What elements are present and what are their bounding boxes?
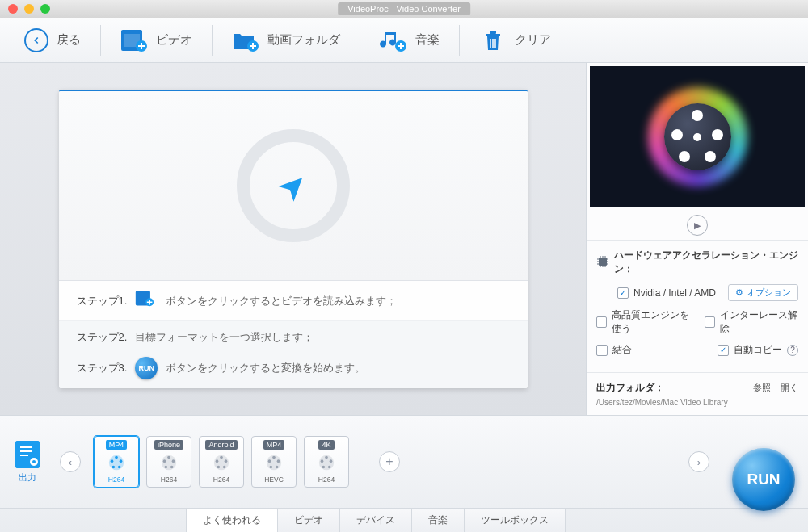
preset-mp4-hevc[interactable]: MP4HEVC	[251, 436, 297, 488]
trash-icon	[479, 28, 507, 52]
clear-label: クリア	[515, 32, 551, 48]
help-icon[interactable]: ?	[787, 345, 798, 356]
preset-codec-label: H264	[108, 475, 124, 484]
svg-point-19	[167, 456, 170, 459]
output-path: /Users/tez/Movies/Mac Video Library	[596, 398, 798, 407]
preview-controls: ▶	[587, 211, 808, 241]
separator	[212, 25, 213, 56]
svg-point-41	[321, 459, 324, 463]
hw-accel-title: ハードウェアアクセラレーション・エンジン：	[596, 249, 798, 276]
presets-next-button[interactable]: ›	[688, 451, 709, 472]
svg-rect-8	[599, 258, 607, 266]
svg-point-40	[322, 466, 326, 469]
tab-video[interactable]: ビデオ	[278, 509, 340, 532]
tab-music[interactable]: 音楽	[412, 509, 465, 532]
hw-accel-section: ハードウェアアクセラレーション・エンジン： Nvidia / Intel / A…	[587, 241, 808, 372]
separator	[100, 25, 101, 56]
preset-format-label: 4K	[318, 440, 334, 450]
add-video-button[interactable]: ビデオ	[112, 23, 200, 57]
step-3-text: ボタンをクリックすると変換を始めます。	[166, 361, 365, 375]
output-settings-icon	[15, 441, 40, 468]
folder-plus-icon	[232, 28, 259, 52]
mini-run-icon: RUN	[135, 357, 158, 379]
step-2-label: ステップ2.	[77, 330, 128, 345]
open-button[interactable]: 開く	[781, 382, 798, 394]
preset-mp4-h264[interactable]: MP4H264	[94, 436, 139, 488]
film-icon	[211, 452, 232, 473]
options-button[interactable]: ⚙オプション	[728, 284, 798, 301]
svg-rect-5	[490, 31, 496, 34]
step-2: ステップ2. 目標フォーマットを一つ選択します；	[59, 320, 528, 354]
add-preset-button[interactable]: +	[379, 451, 400, 472]
drop-area[interactable]: ➤ ステップ1. ボタンをクリックするとビデオを読み込みます； ステップ2. 目…	[0, 63, 586, 415]
tab-device[interactable]: デバイス	[340, 509, 412, 532]
tab-toolbox[interactable]: ツールボックス	[465, 509, 566, 532]
svg-point-34	[270, 466, 273, 469]
back-button[interactable]: 戻る	[16, 23, 89, 57]
step-3: ステップ3. RUN ボタンをクリックすると変換を始めます。	[59, 354, 528, 388]
merge-checkbox[interactable]: 結合	[596, 343, 632, 357]
separator	[459, 25, 460, 56]
music-plus-icon	[380, 28, 407, 52]
preset-codec-label: H264	[318, 475, 335, 484]
presets-list: MP4H264iPhoneH264AndroidH264MP4HEVC4KH26…	[89, 436, 371, 488]
preset-android-h264[interactable]: AndroidH264	[199, 436, 244, 488]
chip-icon	[596, 256, 609, 270]
instructions: ステップ1. ボタンをクリックするとビデオを読み込みます； ステップ2. 目標フ…	[59, 280, 528, 388]
output-folder-section: 出力フォルダ： 参照 開く /Users/tez/Movies/Mac Vide…	[587, 372, 808, 415]
svg-point-28	[217, 466, 221, 469]
svg-point-20	[172, 459, 175, 463]
hq-engine-checkbox[interactable]: 高品質エンジンを使う	[596, 308, 698, 336]
maximize-window-button[interactable]	[40, 4, 50, 14]
output-settings-button[interactable]: 出力	[10, 441, 45, 484]
svg-point-37	[325, 456, 328, 459]
back-label: 戻る	[57, 32, 81, 48]
add-video-label: ビデオ	[156, 32, 192, 48]
nvidia-checkbox[interactable]: Nvidia / Intel / AMD	[617, 287, 716, 299]
deinterlace-checkbox[interactable]: インターレース解除	[705, 308, 798, 336]
minimize-window-button[interactable]	[24, 4, 34, 14]
svg-point-29	[216, 459, 219, 463]
step-3-label: ステップ3.	[77, 361, 128, 375]
main-content: ➤ ステップ1. ボタンをクリックするとビデオを読み込みます； ステップ2. 目…	[0, 63, 808, 415]
preset-format-label: MP4	[263, 440, 285, 450]
add-folder-label: 動画フォルダ	[267, 32, 340, 48]
svg-point-32	[277, 459, 280, 463]
add-music-button[interactable]: 音楽	[372, 23, 448, 57]
checkbox-icon	[705, 316, 715, 328]
drop-zone[interactable]: ➤	[59, 91, 528, 280]
right-panel: ▶ ハードウェアアクセラレーション・エンジン： Nvidia / Intel /…	[586, 63, 808, 415]
presets-prev-button[interactable]: ‹	[60, 451, 81, 472]
preset-iphone-h264[interactable]: iPhoneH264	[146, 436, 191, 488]
browse-button[interactable]: 参照	[753, 382, 771, 394]
step-1-text: ボタンをクリックするとビデオを読み込みます；	[166, 294, 397, 308]
step-2-text: 目標フォーマットを一つ選択します；	[135, 330, 314, 345]
run-button[interactable]: RUN	[732, 448, 795, 511]
film-icon	[263, 452, 284, 473]
separator	[360, 25, 360, 56]
svg-point-35	[268, 459, 271, 463]
autocopy-checkbox[interactable]: 自動コピー	[718, 343, 782, 357]
preset-format-label: Android	[205, 440, 237, 450]
svg-point-16	[112, 466, 116, 469]
svg-point-21	[170, 466, 174, 469]
add-folder-button[interactable]: 動画フォルダ	[224, 23, 348, 57]
preset-4k-h264[interactable]: 4KH264	[304, 436, 349, 488]
film-reel-icon	[659, 98, 736, 175]
clear-button[interactable]: クリア	[471, 23, 559, 57]
preset-format-label: iPhone	[154, 440, 183, 450]
play-button[interactable]: ▶	[687, 215, 708, 236]
tab-frequent[interactable]: よく使われる	[186, 509, 278, 532]
svg-point-27	[223, 466, 226, 469]
traffic-lights	[0, 4, 50, 14]
svg-point-23	[163, 459, 166, 463]
checkbox-icon	[596, 316, 607, 328]
step-1: ステップ1. ボタンをクリックするとビデオを読み込みます；	[59, 281, 528, 320]
svg-point-15	[118, 466, 121, 469]
upload-arrow-icon: ➤	[269, 161, 317, 209]
film-icon	[316, 452, 337, 473]
svg-point-22	[165, 466, 168, 469]
preview-pane	[590, 66, 805, 207]
add-music-label: 音楽	[415, 32, 440, 48]
close-window-button[interactable]	[8, 4, 18, 14]
